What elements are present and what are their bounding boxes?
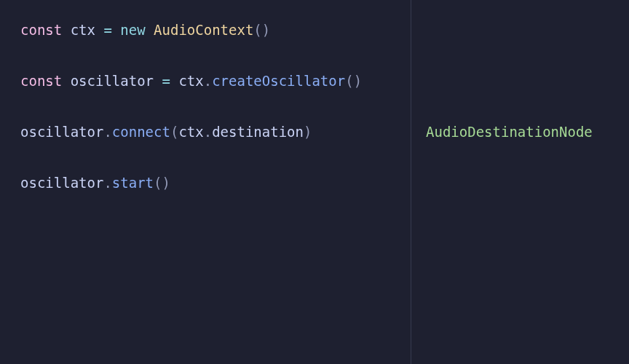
code-line[interactable] <box>20 145 411 170</box>
code-token: () <box>253 22 270 38</box>
code-token: . <box>204 124 212 140</box>
output-line <box>426 17 629 43</box>
code-token: oscillator <box>20 175 103 191</box>
code-token: () <box>154 175 170 191</box>
output-line <box>426 170 629 196</box>
code-token: destination <box>212 124 304 140</box>
code-token: start <box>112 175 154 191</box>
code-token: new <box>120 22 154 38</box>
code-token: = <box>162 73 178 89</box>
code-line[interactable]: oscillator.start() <box>20 170 411 196</box>
code-token: createOscillator <box>212 73 345 89</box>
code-token: . <box>103 124 111 140</box>
code-token: AudioContext <box>154 22 253 38</box>
code-line[interactable] <box>20 43 411 68</box>
code-token: ctx <box>71 22 104 38</box>
code-token: oscillator <box>20 124 103 140</box>
code-token: . <box>204 73 212 89</box>
code-token: ctx <box>178 124 203 140</box>
code-token: const <box>20 22 71 38</box>
output-pane: AudioDestinationNode <box>411 0 629 364</box>
output-value: AudioDestinationNode <box>426 124 593 140</box>
code-token: ctx <box>178 73 203 89</box>
output-line <box>426 94 629 119</box>
code-editor-pane[interactable]: const ctx = new AudioContext()const osci… <box>0 0 411 364</box>
code-line[interactable]: oscillator.connect(ctx.destination) <box>20 119 411 145</box>
output-line <box>426 145 629 170</box>
code-token: = <box>103 22 120 38</box>
output-line: AudioDestinationNode <box>426 119 629 145</box>
code-line[interactable] <box>20 94 411 119</box>
code-token: connect <box>112 124 170 140</box>
code-token: const <box>20 73 71 89</box>
code-token: . <box>103 175 111 191</box>
code-token: () <box>345 73 362 89</box>
code-line[interactable]: const oscillator = ctx.createOscillator(… <box>20 68 411 94</box>
output-line <box>426 68 629 94</box>
code-token: oscillator <box>71 73 162 89</box>
code-token: ) <box>304 124 312 140</box>
code-line[interactable]: const ctx = new AudioContext() <box>20 17 411 43</box>
code-token: ( <box>170 124 178 140</box>
output-line <box>426 43 629 68</box>
